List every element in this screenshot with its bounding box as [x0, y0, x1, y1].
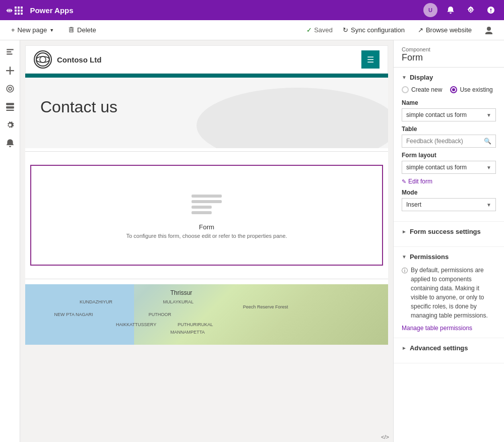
code-corner: </>	[381, 434, 389, 440]
mode-dropdown[interactable]: Insert ▼	[402, 198, 496, 211]
divider-1	[25, 151, 388, 152]
name-dropdown[interactable]: simple contact us form ▼	[402, 108, 496, 121]
svg-point-19	[36, 56, 49, 62]
svg-rect-1	[18, 7, 20, 9]
help-icon[interactable]	[484, 3, 498, 17]
table-search-field[interactable]: 🔍	[402, 135, 496, 148]
site-logo: Contoso Ltd	[34, 50, 101, 69]
advanced-settings-section: ► Advanced settings	[394, 338, 504, 363]
form-bar-1	[192, 195, 222, 198]
map-city-label: Thrissur	[170, 289, 192, 296]
svg-rect-2	[21, 7, 23, 9]
create-new-radio-circle	[402, 86, 409, 93]
form-layout-arrow: ▼	[486, 165, 491, 170]
svg-rect-10	[7, 51, 11, 52]
canvas-area[interactable]: Contoso Ltd ☰ Contact us	[20, 40, 393, 442]
svg-point-17	[36, 53, 49, 66]
nav-components-icon[interactable]	[2, 81, 18, 97]
display-section-header[interactable]: ▼ Display	[402, 74, 496, 81]
teal-stripe	[25, 74, 388, 78]
info-icon: ⓘ	[402, 266, 408, 320]
trash-icon	[68, 26, 75, 34]
display-section: ▼ Display Create new Use existing Name	[394, 68, 504, 222]
mode-field-label: Mode	[402, 189, 496, 196]
panel-form-title: Form	[402, 52, 496, 63]
hamburger-button[interactable]: ☰	[361, 50, 380, 69]
new-page-button[interactable]: + New page ▼	[8, 24, 57, 36]
topbar-actions: U	[423, 3, 498, 17]
svg-rect-15	[6, 106, 14, 109]
saved-status: ✓ Saved	[306, 26, 333, 34]
radio-group: Create new Use existing	[402, 86, 496, 93]
svg-rect-11	[7, 53, 12, 54]
form-placeholder-desc: To configure this form, choose edit or r…	[126, 233, 287, 239]
external-link-icon: ↗	[418, 26, 423, 34]
svg-rect-6	[15, 13, 17, 15]
map-label-7: Peech Reserve Forest	[243, 304, 288, 309]
chevron-down-icon-permissions: ▼	[402, 254, 407, 260]
advanced-settings-header[interactable]: ► Advanced settings	[402, 344, 496, 352]
map-section: Thrissur KUNDAZHIYUR NEW PTA NAGARI MULA…	[25, 284, 388, 345]
user-avatar[interactable]: U	[423, 3, 437, 17]
map-label-5: HAIKKATTUSSERY	[116, 322, 156, 327]
notification-icon[interactable]	[444, 3, 458, 17]
svg-rect-8	[21, 13, 23, 15]
map-label-6: PUTHURIRUKAL	[177, 322, 213, 327]
form-layout-dropdown[interactable]: simple contact us form ▼	[402, 161, 496, 174]
map-label-3: MULAYKURAL	[163, 299, 194, 304]
display-title: Display	[410, 74, 433, 81]
nav-notifications-icon[interactable]	[2, 135, 18, 151]
svg-rect-5	[21, 10, 23, 12]
user-profile-icon[interactable]	[482, 23, 496, 37]
chevron-right-icon-advanced: ►	[402, 345, 407, 351]
map-label-2: NEW PTA NAGARI	[54, 312, 93, 317]
settings-icon[interactable]	[464, 3, 478, 17]
permissions-title: Permissions	[410, 253, 449, 261]
form-success-section: ► Form success settings	[394, 222, 504, 247]
map-label-4: PUTHOOR	[149, 312, 171, 317]
sync-config-button[interactable]: ↻ Sync configuration	[340, 24, 408, 36]
map-label-8: MANNAMPETTA	[170, 330, 205, 335]
main-layout: Contoso Ltd ☰ Contact us	[0, 40, 504, 442]
browse-website-button[interactable]: ↗ Browse website	[415, 24, 475, 36]
grid-icon[interactable]: ⇼	[6, 6, 23, 15]
delete-button[interactable]: Delete	[65, 24, 99, 36]
left-nav	[0, 40, 20, 442]
table-search-input[interactable]	[406, 138, 482, 145]
edit-form-link[interactable]: ✎ Edit form	[402, 178, 496, 185]
form-icon	[192, 192, 222, 217]
nav-add-icon[interactable]	[2, 62, 18, 79]
svg-rect-16	[6, 110, 14, 111]
form-placeholder[interactable]: Form To configure this form, choose edit…	[30, 165, 383, 266]
advanced-settings-title: Advanced settings	[410, 344, 468, 352]
nav-data-icon[interactable]	[2, 99, 18, 115]
app-name: Power Apps	[30, 6, 73, 15]
actionbar: + New page ▼ Delete ✓ Saved ↻ Sync confi…	[0, 20, 504, 40]
name-field-label: Name	[402, 99, 496, 106]
dropdown-arrow: ▼	[486, 112, 491, 118]
permissions-header[interactable]: ▼ Permissions	[402, 253, 496, 261]
divider-2	[25, 279, 388, 279]
nav-pages-icon[interactable]	[2, 44, 18, 60]
svg-point-18	[40, 56, 46, 62]
use-existing-radio[interactable]: Use existing	[450, 86, 492, 93]
bg-shape	[197, 88, 388, 148]
topbar: ⇼ Power Apps U	[0, 0, 504, 20]
nav-settings-icon[interactable]	[2, 117, 18, 133]
svg-rect-14	[6, 103, 14, 105]
panel-header: Component Form	[394, 40, 504, 68]
map-bg: Thrissur KUNDAZHIYUR NEW PTA NAGARI MULA…	[25, 284, 388, 345]
use-existing-radio-circle	[450, 86, 457, 93]
manage-permissions-link[interactable]: Manage table permissions	[402, 325, 472, 332]
table-field-label: Table	[402, 125, 496, 133]
search-icon: 🔍	[484, 138, 491, 145]
pencil-icon: ✎	[402, 178, 406, 185]
create-new-radio[interactable]: Create new	[402, 86, 442, 93]
right-panel: Component Form ▼ Display Create new Use	[393, 40, 504, 442]
contact-section: Contact us	[25, 78, 388, 148]
permissions-section: ▼ Permissions ⓘ By default, permissions …	[394, 247, 504, 338]
site-header: Contoso Ltd ☰	[25, 45, 388, 74]
logo-text: Contoso Ltd	[57, 55, 101, 64]
form-success-header[interactable]: ► Form success settings	[402, 228, 496, 235]
form-bar-2	[192, 200, 222, 203]
